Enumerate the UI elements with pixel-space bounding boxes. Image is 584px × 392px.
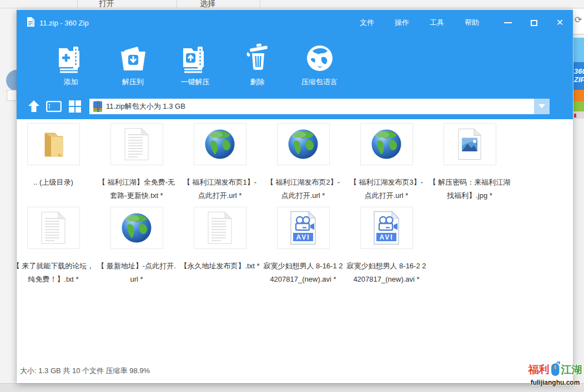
txt-file-icon[interactable]: [194, 207, 246, 249]
file-item[interactable]: 【 福利江湖】全免费-无套路-更新快.txt *: [95, 123, 178, 207]
delete-icon: [243, 41, 273, 75]
360zip-logo-text: 360 ZIP: [573, 62, 584, 90]
divider: [77, 0, 78, 8]
file-name: 【 福利江湖发布页2】- 点此打开.url *: [261, 176, 345, 202]
file-item[interactable]: 【 最新地址】-点此打开.url *: [95, 207, 178, 291]
file-name: .. (上级目录): [17, 176, 95, 189]
background-toolbar: 打开 选择: [0, 0, 584, 8]
watermark-text-green: 江湖: [561, 363, 582, 377]
extract-to-icon: [118, 41, 149, 75]
url-file-icon[interactable]: [194, 123, 246, 165]
file-name: 【 福利江湖】全免费-无套路-更新快.txt *: [95, 176, 178, 202]
tool-label: 解压到: [122, 77, 144, 87]
chevron-down-icon: [538, 104, 545, 108]
status-text: 大小: 1.3 GB 共 10 个文件 压缩率 98.9%: [17, 360, 573, 376]
url-file-icon[interactable]: [360, 123, 413, 165]
watermark-text-red: 福利: [528, 363, 550, 377]
folder-file-icon[interactable]: [27, 123, 80, 165]
url-file-icon[interactable]: [110, 207, 163, 249]
file-grid: .. (上级目录)【 福利江湖】全免费-无套路-更新快.txt *【 福利江湖发…: [17, 119, 573, 291]
file-item[interactable]: .. (上级目录): [17, 123, 95, 207]
360zip-logo-base: [573, 111, 584, 119]
background-bottom-strip: [0, 383, 584, 392]
divider: [177, 0, 177, 8]
file-name: 【 解压密码：来福利江湖找福利】.jpg *: [428, 176, 511, 202]
svg-text:AVI: AVI: [296, 233, 310, 241]
watermark-domain: fulijianghu.com: [527, 379, 583, 386]
background-tab-select[interactable]: 选择: [200, 0, 215, 8]
file-item[interactable]: 【 解压密码：来福利江湖找福利】.jpg *: [428, 123, 511, 207]
file-name: 【 来了就能下载的论坛，纯免费！】.txt *: [17, 259, 95, 286]
up-directory-button[interactable]: [27, 100, 41, 112]
tool-label: 添加: [64, 77, 78, 87]
txt-file-icon[interactable]: [27, 207, 80, 249]
menu-tools[interactable]: 工具: [430, 18, 444, 28]
file-item[interactable]: 【 来了就能下载的论坛，纯免费！】.txt *: [17, 207, 95, 291]
window-controls: ✕: [495, 10, 573, 35]
close-button[interactable]: ✕: [547, 10, 573, 35]
add-button[interactable]: 添加: [44, 35, 97, 93]
archive-language-icon: [305, 41, 335, 75]
one-click-extract-button[interactable]: 一键解压: [169, 35, 221, 93]
window-title: 11.zip - 360 Zip: [39, 19, 89, 27]
file-name: 寂寞少妇想男人 8-16-1 24207817_(new).avi *: [261, 259, 345, 286]
add-archive-icon: [56, 41, 86, 75]
file-list-area: .. (上级目录)【 福利江湖】全免费-无套路-更新快.txt *【 福利江湖发…: [17, 119, 573, 360]
background-right-panel: ⟳ 360 ZIP: [573, 9, 584, 384]
grid-view-button[interactable]: [67, 100, 83, 113]
panel-view-button[interactable]: [44, 101, 63, 112]
address-dropdown-button[interactable]: [534, 99, 550, 114]
360zip-logo-line1: 360: [574, 67, 584, 75]
360zip-window: 11.zip - 360 Zip 文件 操作 工具 帮助 ✕: [17, 10, 573, 383]
file-name: 寂寞少妇想男人 8-16-2 24207817_(new).avi *: [345, 259, 428, 286]
avi-file-icon[interactable]: AVI: [277, 207, 330, 249]
title-bar: 11.zip - 360 Zip 文件 操作 工具 帮助 ✕: [17, 10, 573, 35]
file-item[interactable]: AVI寂寞少妇想男人 8-16-2 24207817_(new).avi *: [345, 207, 428, 291]
address-bar: [17, 93, 573, 119]
360zip-logo-green-stripe: [573, 101, 584, 111]
background-button-fragment: [7, 90, 17, 101]
mouse-icon: [550, 360, 561, 379]
file-name: 【 福利江湖发布页1】- 点此打开.url *: [178, 176, 261, 202]
address-input[interactable]: [89, 99, 534, 114]
screen: 打开 选择 ⟳ 360 ZIP: [0, 0, 584, 392]
red-mark: [574, 114, 576, 118]
file-item[interactable]: 【永久地址发布页】.txt *: [178, 207, 261, 291]
file-name: 【 最新地址】-点此打开.url *: [95, 259, 178, 286]
refresh-icon[interactable]: ⟳: [573, 9, 584, 34]
file-item[interactable]: 【 福利江湖发布页2】- 点此打开.url *: [261, 123, 345, 207]
menu-help[interactable]: 帮助: [465, 18, 479, 28]
background-left-panel: [0, 9, 17, 384]
menu-bar: 文件 操作 工具 帮助: [360, 10, 479, 35]
file-item[interactable]: AVI寂寞少妇想男人 8-16-1 24207817_(new).avi *: [261, 207, 345, 291]
url-file-icon[interactable]: [277, 123, 330, 165]
file-name: 【 福利江湖发布页3】- 点此打开.url *: [345, 176, 428, 202]
file-item[interactable]: 【 福利江湖发布页3】- 点此打开.url *: [345, 123, 428, 207]
file-name: 【永久地址发布页】.txt *: [178, 259, 261, 273]
tool-label: 一键解压: [181, 77, 210, 87]
jpg-file-icon[interactable]: [444, 123, 496, 165]
file-item[interactable]: 【 福利江湖发布页1】- 点此打开.url *: [178, 123, 261, 207]
divider: [260, 0, 260, 8]
minimize-button[interactable]: [495, 10, 521, 35]
360zip-logo-orange-stripe: [573, 90, 584, 101]
menu-operate[interactable]: 操作: [395, 18, 409, 28]
one-click-extract-icon: [180, 41, 210, 75]
background-tab-open[interactable]: 打开: [99, 0, 114, 8]
avi-file-icon[interactable]: AVI: [360, 207, 413, 249]
svg-text:AVI: AVI: [379, 233, 393, 241]
menu-file[interactable]: 文件: [360, 18, 374, 28]
status-bar: 大小: 1.3 GB 共 10 个文件 压缩率 98.9%: [17, 360, 573, 383]
360zip-logo: 360 ZIP: [573, 38, 584, 119]
maximize-button[interactable]: [521, 10, 547, 35]
360zip-logo-line2: ZIP: [574, 75, 584, 84]
main-toolbar: 添加 解压到: [17, 35, 573, 93]
delete-button[interactable]: 删除: [231, 35, 284, 93]
extract-to-button[interactable]: 解压到: [107, 35, 159, 93]
tool-label: 删除: [250, 77, 265, 87]
txt-file-icon[interactable]: [110, 123, 163, 165]
archive-language-button[interactable]: 压缩包语言: [293, 35, 346, 93]
zip-document-icon: [27, 17, 35, 29]
fulijianghu-watermark: 福利 江湖 fulijianghu.com: [527, 360, 583, 386]
tool-label: 压缩包语言: [301, 77, 338, 87]
